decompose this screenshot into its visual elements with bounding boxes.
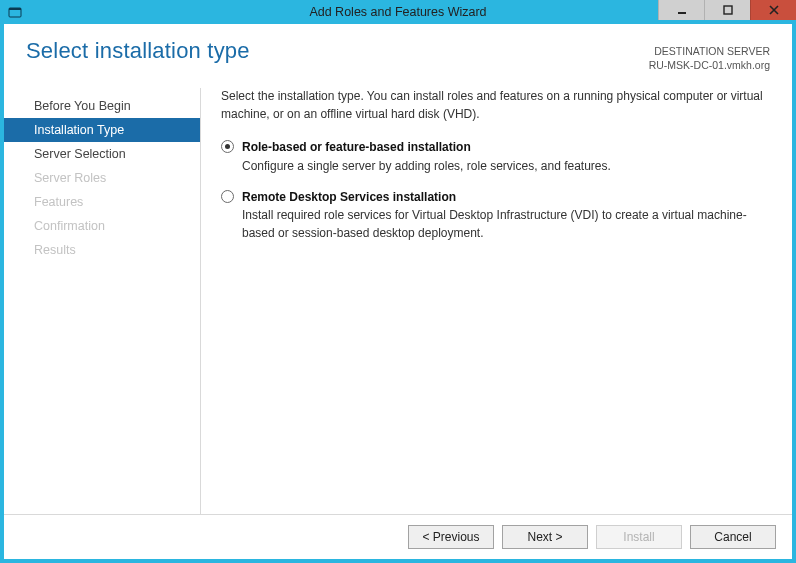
option-role-based[interactable]: Role-based or feature-based installation… [221,139,770,175]
wizard-footer: < Previous Next > Install Cancel [4,514,792,559]
option-title: Role-based or feature-based installation [242,139,770,156]
next-button[interactable]: Next > [502,525,588,549]
main-panel: Select the installation type. You can in… [207,88,776,514]
window-controls [658,0,796,20]
option-body: Remote Desktop Services installation Ins… [242,189,770,242]
destination-server-block: DESTINATION SERVER RU-MSK-DC-01.vmkh.org [649,44,770,72]
option-title: Remote Desktop Services installation [242,189,770,206]
step-before-you-begin[interactable]: Before You Begin [4,94,200,118]
option-body: Role-based or feature-based installation… [242,139,770,175]
previous-button[interactable]: < Previous [408,525,494,549]
page-title: Select installation type [26,38,250,64]
wizard-window: Add Roles and Features Wizard Select ins… [0,0,796,563]
svg-rect-2 [678,12,686,14]
option-desc: Configure a single server by adding role… [242,158,770,175]
wizard-content: Select installation type DESTINATION SER… [4,24,792,559]
install-button: Install [596,525,682,549]
titlebar: Add Roles and Features Wizard [0,0,796,24]
step-features: Features [4,190,200,214]
radio-role-based[interactable] [221,140,234,153]
svg-rect-1 [9,8,21,10]
step-confirmation: Confirmation [4,214,200,238]
step-installation-type[interactable]: Installation Type [4,118,200,142]
option-desc: Install required role services for Virtu… [242,207,770,242]
svg-rect-3 [724,6,732,14]
option-remote-desktop[interactable]: Remote Desktop Services installation Ins… [221,189,770,242]
header-row: Select installation type DESTINATION SER… [4,24,792,80]
close-button[interactable] [750,0,796,20]
destination-server-label: DESTINATION SERVER [649,44,770,58]
wizard-steps-sidebar: Before You Begin Installation Type Serve… [4,88,200,514]
body-row: Before You Begin Installation Type Serve… [4,80,792,514]
minimize-button[interactable] [658,0,704,20]
cancel-button[interactable]: Cancel [690,525,776,549]
app-icon [6,3,24,21]
step-results: Results [4,238,200,262]
vertical-divider [200,88,201,514]
intro-text: Select the installation type. You can in… [221,88,770,123]
destination-server-name: RU-MSK-DC-01.vmkh.org [649,58,770,72]
radio-remote-desktop[interactable] [221,190,234,203]
step-server-roles: Server Roles [4,166,200,190]
maximize-button[interactable] [704,0,750,20]
step-server-selection[interactable]: Server Selection [4,142,200,166]
